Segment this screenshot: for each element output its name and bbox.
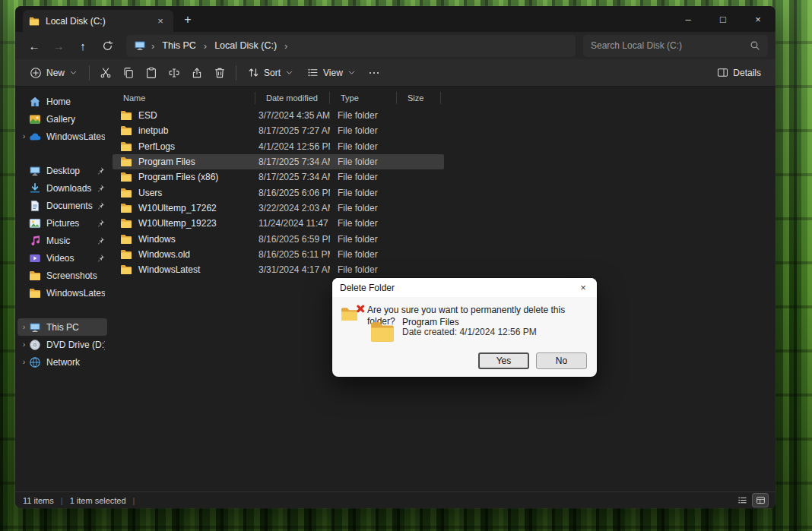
sidebar-item-documents[interactable]: Documents [17,197,107,214]
column-header-size[interactable]: Size [397,92,441,104]
forward-button[interactable]: → [47,34,70,57]
tab-bar: Local Disk (C:) × + – □ × [15,6,776,32]
dialog-title: Delete Folder [340,283,395,293]
sidebar-item-desktop[interactable]: Desktop [17,162,107,179]
folder-icon [120,171,132,183]
file-row[interactable]: Windows.old 8/16/2025 6:11 PM File folde… [113,247,444,262]
folder-icon [120,248,132,261]
yes-button[interactable]: Yes [478,352,529,369]
delete-folder-icon [341,305,364,323]
file-row[interactable]: W10Ultemp_19223 11/24/2024 11:47 PM File… [113,216,444,231]
sidebar-item-home[interactable]: Home [17,93,107,110]
paste-button[interactable] [140,62,163,84]
tab-title: Local Disk (C:) [46,16,147,27]
rename-button[interactable] [163,62,186,84]
cut-button[interactable] [94,62,117,84]
folder-icon [120,202,132,214]
pictures-icon [29,217,41,229]
new-button-label: New [46,68,65,78]
network-icon [29,356,41,368]
sidebar-item-pictures[interactable]: Pictures [17,214,107,232]
tab-close-icon[interactable]: × [154,14,167,28]
expand-chevron-icon[interactable]: › [19,358,29,366]
column-header-type[interactable]: Type [330,92,397,104]
documents-icon [29,200,41,212]
delete-button[interactable] [208,62,231,84]
details-view-button[interactable] [734,494,750,507]
search-input[interactable] [591,40,750,51]
details-button-label: Details [733,68,761,78]
file-row[interactable]: ESD 3/7/2024 4:35 AM File folder [113,108,444,123]
maximize-button[interactable]: □ [706,6,741,32]
close-button[interactable]: × [741,6,776,32]
expand-chevron-icon[interactable]: › [19,323,29,331]
file-row[interactable]: inetpub 8/17/2025 7:27 AM File folder [113,123,444,138]
scissors-icon [100,67,112,79]
pin-icon [96,236,105,245]
sort-arrows-icon [248,67,259,78]
copy-button[interactable] [117,62,140,84]
view-button-label: View [323,68,343,78]
folder-icon [120,125,132,137]
file-row[interactable]: Program Files (x86) 8/17/2025 7:34 AM Fi… [113,169,444,185]
dialog-title-bar[interactable]: Delete Folder × [332,278,597,297]
downloads-icon [29,182,41,194]
details-pane-button[interactable]: Details [710,62,768,84]
sort-button[interactable]: Sort [241,62,300,84]
view-list-icon [307,67,319,78]
expand-chevron-icon[interactable]: › [19,340,29,349]
column-header-name[interactable]: Name [113,92,255,104]
folder-icon [120,156,132,168]
sidebar-gap [15,145,109,162]
music-icon [29,235,41,247]
thumbnails-view-button[interactable] [753,494,768,507]
delete-folder-dialog: Delete Folder × Are you sure you want to… [332,278,597,377]
breadcrumb-this-pc[interactable]: This PC [160,40,198,52]
file-explorer-window: Local Disk (C:) × + – □ × ← → ↑ › This P… [15,6,776,508]
sidebar-item-videos[interactable]: Videos [17,249,107,267]
file-row-selected[interactable]: Program Files 8/17/2025 7:34 AM File fol… [113,154,444,169]
column-header-date-modified[interactable]: Date modified [255,92,330,104]
new-button[interactable]: New [23,62,84,84]
toolbar-divider [236,65,236,81]
explorer-tab[interactable]: Local Disk (C:) × [23,10,173,32]
share-button[interactable] [186,62,208,84]
sidebar-item-onedrive[interactable]: › WindowsLatest - Pe [17,128,107,145]
sidebar-item-this-pc[interactable]: › This PC [17,318,107,336]
refresh-button[interactable] [96,34,119,57]
sidebar-item-screenshots[interactable]: Screenshots [17,267,107,284]
expand-chevron-icon[interactable]: › [19,132,29,141]
breadcrumb-separator: › [204,40,207,52]
clipboard-icon [145,67,157,79]
file-row[interactable]: W10Ultemp_17262 3/22/2024 2:03 AM File f… [113,201,444,216]
selected-count: 1 item selected [70,496,126,505]
sidebar-item-music[interactable]: Music [17,232,107,249]
file-row[interactable]: Users 8/16/2025 6:06 PM File folder [113,185,444,200]
view-button[interactable]: View [300,62,363,84]
new-tab-button[interactable]: + [178,10,198,30]
up-button[interactable]: ↑ [71,34,94,57]
ellipsis-icon [368,67,380,79]
minimize-button[interactable]: – [671,6,706,32]
sidebar-item-gallery[interactable]: Gallery [17,110,107,128]
items-count: 11 items [23,496,54,505]
breadcrumb-local-disk[interactable]: Local Disk (C:) [212,40,279,52]
file-row[interactable]: WindowsLatest 3/31/2024 4:17 AM File fol… [113,262,444,277]
address-bar[interactable]: › This PC › Local Disk (C:) › [126,35,576,57]
command-bar: New Sort [15,59,776,87]
back-button[interactable]: ← [23,34,46,57]
search-box[interactable] [583,35,768,57]
sidebar-item-dvd-drive[interactable]: › DVD Drive (D:) CCC [17,336,107,353]
file-row[interactable]: Windows 8/16/2025 6:59 PM File folder [113,231,444,246]
folder-icon [29,16,40,27]
folder-icon [120,187,132,199]
sidebar-item-network[interactable]: › Network [17,353,107,371]
no-button[interactable]: No [536,352,587,369]
file-row[interactable]: PerfLogs 4/1/2024 12:56 PM File folder [113,139,444,154]
details-pane-icon [717,67,728,78]
dialog-close-icon[interactable]: × [569,278,597,297]
sidebar-item-windowslatest[interactable]: WindowsLatest [17,284,107,302]
see-more-button[interactable] [363,62,385,84]
dialog-message: Are you sure you want to permanently del… [367,305,589,327]
sidebar-item-downloads[interactable]: Downloads [17,179,107,197]
